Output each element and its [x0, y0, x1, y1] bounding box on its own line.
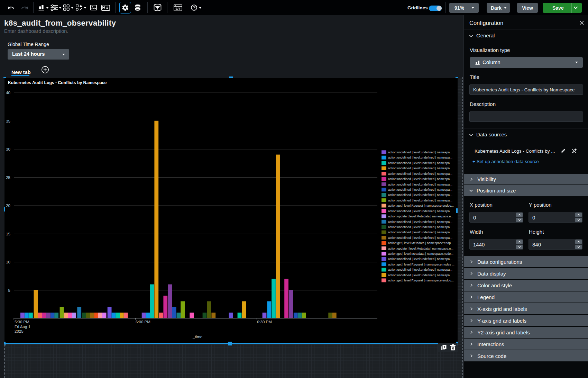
svg-text:action:undefined | level:undef: action:undefined | level:undefined | nam…	[388, 151, 452, 154]
svg-text:action:get | level:Request | n: action:get | level:Request | namespace:e…	[388, 204, 454, 207]
svg-text:action:undefined | level:undef: action:undefined | level:undefined | nam…	[388, 156, 452, 159]
svg-text:35: 35	[6, 119, 10, 123]
svg-text:action:undefined | level:undef: action:undefined | level:undefined | nam…	[388, 183, 452, 186]
svg-text:15: 15	[6, 232, 10, 236]
svg-text:25: 25	[6, 176, 10, 180]
svg-text:action:get | level:Metadata |: action:get | level:Metadata | namespace:…	[388, 252, 453, 255]
svg-text:action:undefined | level:undef: action:undefined | level:undefined | nam…	[388, 273, 452, 277]
svg-text:5:30 PM: 5:30 PM	[15, 320, 29, 324]
svg-text:Fri Aug 1: Fri Aug 1	[15, 325, 30, 329]
svg-text:action:undefined | level:undef: action:undefined | level:undefined | nam…	[388, 236, 452, 240]
svg-text:action:undefined | level:undef: action:undefined | level:undefined | nam…	[388, 166, 452, 170]
svg-text:action:undefined | level:undef: action:undefined | level:undefined | nam…	[388, 209, 452, 213]
svg-text:action:undefined | level:undef: action:undefined | level:undefined | nam…	[388, 225, 452, 229]
svg-text:action:undefined | level:undef: action:undefined | level:undefined | nam…	[388, 231, 452, 234]
svg-text:action:undefined | level:undef: action:undefined | level:undefined | nam…	[388, 220, 452, 224]
svg-text:action:undefined | level:undef: action:undefined | level:undefined | nam…	[388, 177, 452, 181]
svg-text:action:undefined | level:undef: action:undefined | level:undefined | nam…	[388, 193, 452, 197]
svg-text:6:30 PM: 6:30 PM	[257, 320, 272, 324]
svg-text:5: 5	[8, 288, 10, 292]
svg-text:10: 10	[6, 260, 10, 264]
svg-text:2025: 2025	[15, 329, 24, 333]
svg-text:action:undefined | level:undef: action:undefined | level:undefined | nam…	[388, 199, 452, 202]
svg-text:action:get | level:Metadata |: action:get | level:Metadata | namespace:…	[388, 241, 453, 245]
svg-text:action:undefined | level:undef: action:undefined | level:undefined | nam…	[388, 257, 452, 261]
svg-text:_time: _time	[192, 335, 202, 339]
svg-text:20: 20	[6, 204, 10, 208]
svg-text:action:update | level:Metadata: action:update | level:Metadata | namespa…	[388, 215, 453, 218]
svg-text:action:undefined | level:undef: action:undefined | level:undefined | nam…	[388, 172, 452, 176]
svg-text:Kubernetes Audit Logs - Confli: Kubernetes Audit Logs - Conflicts by Nam…	[8, 80, 107, 85]
svg-text:action:update | level:Metadata: action:update | level:Metadata | namespa…	[388, 247, 453, 250]
svg-text:action:get | level:Request | n: action:get | level:Request | namespace:n…	[388, 263, 454, 266]
svg-text:40: 40	[6, 91, 10, 95]
svg-text:action:undefined | level:undef: action:undefined | level:undefined | nam…	[388, 161, 452, 165]
svg-text:6:00 PM: 6:00 PM	[136, 320, 150, 324]
svg-text:action:get | level:Request | n: action:get | level:Request | namespace:e…	[388, 279, 454, 282]
svg-text:action:undefined | level:undef: action:undefined | level:undefined | nam…	[388, 268, 452, 271]
svg-text:30: 30	[6, 147, 10, 151]
svg-text:action:undefined | level:undef: action:undefined | level:undefined | nam…	[388, 188, 452, 191]
